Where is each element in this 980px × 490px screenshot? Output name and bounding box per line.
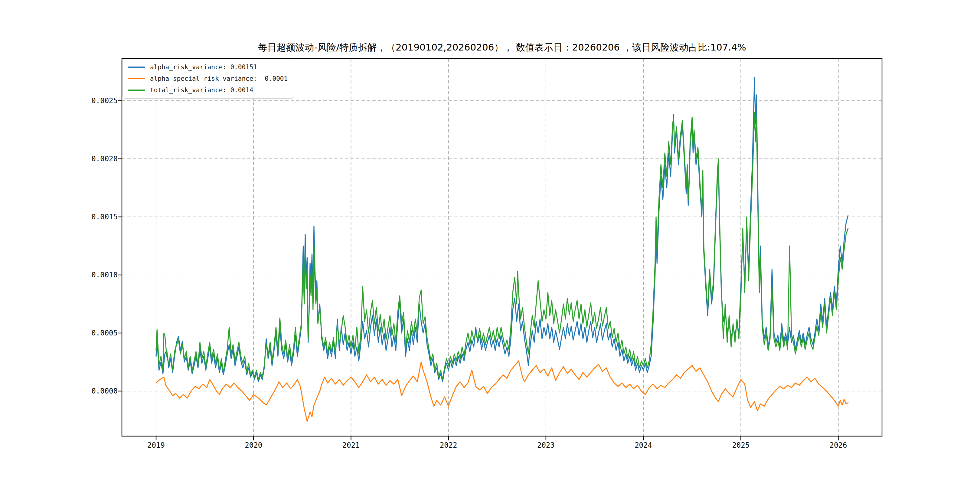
x-tick-label: 2019 bbox=[147, 441, 165, 449]
x-tick-label: 2025 bbox=[732, 441, 749, 449]
legend-box: alpha_risk_variance: 0.00151 alpha_speci… bbox=[123, 59, 294, 99]
chart-figure: 每日超额波动-风险/特质拆解，（20190102,20260206）， 数值表示… bbox=[0, 0, 980, 490]
legend-line-sample-green bbox=[128, 89, 145, 91]
y-tick-label: 0.0020 bbox=[0, 154, 118, 163]
y-tick-label: 0.0025 bbox=[0, 97, 118, 105]
x-tick-label: 2024 bbox=[635, 441, 652, 449]
x-tick-label: 2020 bbox=[245, 441, 262, 449]
legend-item: alpha_risk_variance: 0.00151 bbox=[128, 61, 288, 73]
y-tick-label: 0.0005 bbox=[0, 329, 118, 337]
x-tick-label: 2022 bbox=[440, 441, 457, 449]
x-tick-label: 2023 bbox=[537, 441, 555, 449]
legend-label: alpha_special_risk_variance: -0.0001 bbox=[150, 75, 288, 82]
legend-item: total_risk_variance: 0.0014 bbox=[128, 84, 288, 96]
legend-line-sample-blue bbox=[128, 67, 145, 68]
legend-item: alpha_special_risk_variance: -0.0001 bbox=[128, 73, 288, 84]
x-tick-label: 2021 bbox=[342, 441, 360, 449]
series-line-alpha_risk_variance bbox=[156, 78, 848, 382]
plot-spines bbox=[122, 58, 882, 436]
y-tick-label: 0.0015 bbox=[0, 213, 118, 221]
legend-label: alpha_risk_variance: 0.00151 bbox=[150, 64, 257, 71]
legend-label: total_risk_variance: 0.0014 bbox=[150, 86, 253, 94]
y-tick-label: 0.0010 bbox=[0, 271, 118, 279]
x-tick-label: 2026 bbox=[830, 441, 847, 449]
y-tick-label: 0.0000 bbox=[0, 387, 118, 395]
legend-line-sample-orange bbox=[128, 78, 145, 79]
